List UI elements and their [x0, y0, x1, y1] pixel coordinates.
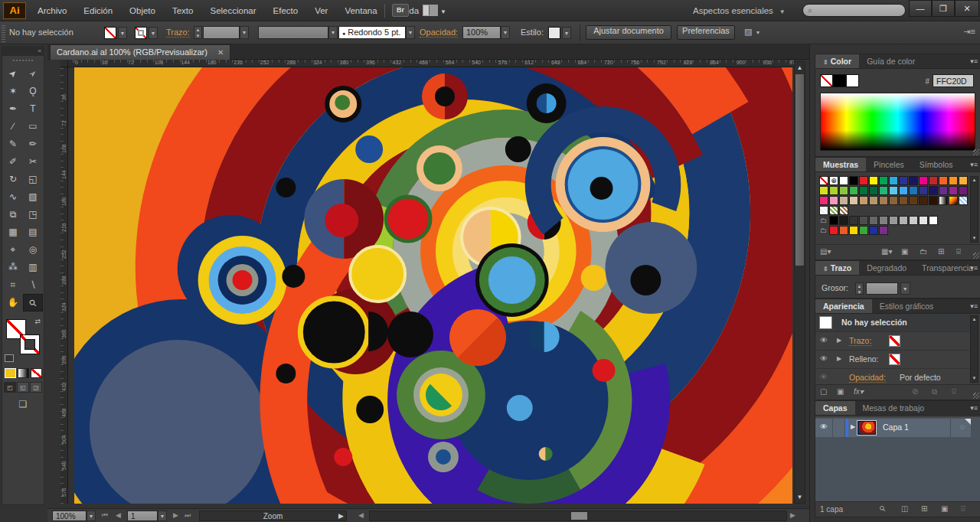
stroke-caret[interactable]: ▼ [149, 27, 158, 39]
paintbrush-tool[interactable]: ✎ [3, 135, 23, 153]
tab-capas[interactable]: Capas [815, 401, 855, 415]
swatch-color[interactable] [879, 186, 888, 195]
layer-name[interactable]: Capa 1 [883, 422, 909, 432]
black-swatch[interactable] [833, 74, 846, 87]
swatch-color[interactable] [839, 196, 848, 205]
new-fill-icon[interactable]: ▣ [837, 387, 844, 396]
menu-ventana[interactable]: Ventana [336, 0, 385, 21]
next-artboard-button[interactable]: ▶ [173, 511, 178, 519]
eye-icon[interactable]: 👁 [820, 336, 828, 344]
swatch-color[interactable] [909, 216, 918, 225]
eyedropper-tool[interactable]: ⌖ [3, 241, 23, 259]
brush-dropdown[interactable]: ● Redondo 5 pt. [338, 26, 406, 39]
swatch-color[interactable] [849, 216, 858, 225]
artboard-canvas[interactable] [74, 67, 792, 504]
vertical-scroll-thumb[interactable] [795, 74, 804, 266]
zoom-level-field[interactable]: 100% [52, 511, 87, 521]
scroll-up-icon[interactable]: ▲ [971, 316, 978, 323]
blob-brush-tool[interactable]: ✐ [3, 153, 23, 171]
scroll-up-icon[interactable]: ▲ [971, 177, 978, 184]
first-artboard-button[interactable]: ⏮ [102, 511, 108, 520]
panel-menu-icon[interactable]: ▾≡ [970, 57, 978, 65]
artboard-number-caret[interactable]: ▼ [158, 511, 167, 521]
tab-estilos-graficos[interactable]: Estilos gráficos [872, 299, 942, 313]
swatch-color[interactable] [849, 196, 858, 205]
swatch-color[interactable] [879, 216, 888, 225]
swatch-pattern[interactable] [829, 206, 838, 215]
new-swatch-icon[interactable]: ⊞ [938, 247, 944, 256]
menu-ver[interactable]: Ver [306, 0, 336, 21]
stroke-weight-field[interactable] [203, 26, 240, 39]
swatch-color[interactable] [889, 216, 898, 225]
minimize-button[interactable]: — [909, 0, 932, 17]
resize-grip[interactable] [973, 393, 979, 399]
swatch-color[interactable] [869, 226, 878, 235]
layer-row[interactable]: 👁 ▶ Capa 1 ◌ [815, 419, 971, 437]
duplicate-item-icon[interactable]: ⧉ [932, 387, 937, 396]
opacity-field[interactable]: 100% [462, 26, 501, 39]
opacity-row-label[interactable]: Opacidad: [849, 373, 886, 383]
swap-fill-stroke-icon[interactable]: ⇄ [34, 318, 41, 325]
swatch-color[interactable] [839, 226, 848, 235]
new-effect-icon[interactable]: fx▾ [854, 387, 864, 396]
resize-grip[interactable] [973, 253, 979, 259]
menu-archivo[interactable]: Archivo [29, 0, 75, 21]
locate-object-icon[interactable]: ⚲ [877, 504, 887, 514]
eye-icon[interactable]: 👁 [820, 422, 828, 431]
swatch-color[interactable] [869, 176, 878, 185]
appearance-scrollbar[interactable]: ▲ ▼ [970, 315, 978, 383]
status-display[interactable]: Zoom ▶ [199, 511, 347, 521]
blend-tool[interactable]: ◎ [23, 241, 43, 259]
scroll-down-icon[interactable]: ▼ [795, 492, 805, 502]
zoom-level-caret[interactable]: ▼ [87, 511, 96, 521]
artboard-tool[interactable]: ⌗ [3, 276, 23, 294]
tab-simbolos[interactable]: Símbolos [912, 158, 961, 171]
expand-triangle-icon[interactable]: ▶ [851, 423, 855, 430]
swatch-color[interactable] [959, 176, 968, 185]
tab-muestras[interactable]: Muestras [815, 158, 866, 171]
restore-button[interactable]: ❐ [932, 0, 955, 17]
swatch-color[interactable] [869, 216, 878, 225]
width-tool[interactable]: ∿ [3, 188, 23, 206]
swatch-color[interactable] [869, 186, 878, 195]
swatch-registration[interactable]: ⊕ [829, 176, 838, 185]
clear-appearance-icon[interactable]: ⊘ [912, 387, 918, 396]
swatch-color[interactable] [899, 186, 908, 195]
draw-inside-button[interactable]: ◲ [30, 382, 42, 393]
swatch-color[interactable] [919, 176, 928, 185]
screen-mode-button[interactable]: ❏ [2, 399, 44, 409]
style-caret[interactable]: ▼ [562, 27, 571, 39]
workspace-switcher[interactable]: Aspectos esenciales▼ [693, 0, 786, 23]
close-tab-icon[interactable]: ✕ [217, 48, 224, 57]
swatch-color[interactable] [849, 186, 858, 195]
swatch-kinds-icon[interactable]: ▦▾ [881, 247, 892, 256]
tab-color[interactable]: ⇕Color [815, 54, 859, 68]
swatch-color[interactable] [939, 186, 948, 195]
stroke-swatch[interactable] [135, 27, 147, 39]
swatch-pattern[interactable] [839, 206, 848, 215]
stroke-weight-stepper[interactable]: ▲▼ [194, 26, 202, 39]
fill-caret[interactable]: ▼ [118, 27, 127, 39]
new-color-group-icon[interactable]: 🗀 [920, 247, 927, 256]
scale-tool[interactable]: ◱ [23, 171, 43, 188]
swatch-options-icon[interactable]: ▣ [901, 247, 908, 256]
tab-guia-de-color[interactable]: Guía de color [859, 54, 923, 68]
swatch-color[interactable] [859, 186, 868, 195]
rotate-tool[interactable]: ↻ [3, 171, 23, 188]
swatch-color[interactable] [869, 196, 878, 205]
shape-builder-tool[interactable]: ⧉ [3, 206, 23, 223]
tab-trazo[interactable]: ⇕Trazo [815, 261, 859, 275]
ruler-corner[interactable] [60, 60, 68, 67]
artboard-number-field[interactable]: 1 [127, 511, 158, 521]
swatch-color[interactable] [819, 186, 828, 195]
swatch-color[interactable] [889, 196, 898, 205]
fill-none-swatch[interactable] [889, 354, 900, 365]
appearance-fill-row[interactable]: 👁 ▶ Relleno: [815, 351, 971, 369]
appearance-header-row[interactable]: No hay selección [815, 314, 971, 332]
eye-icon[interactable]: 👁 [820, 373, 828, 381]
collapse-panel-icon[interactable]: « [2, 47, 44, 56]
scroll-left-icon[interactable]: ◀ [358, 511, 364, 519]
swatch-color[interactable] [939, 176, 948, 185]
magic-wand-tool[interactable]: ✶ [3, 83, 23, 100]
swatch-color[interactable] [839, 186, 848, 195]
